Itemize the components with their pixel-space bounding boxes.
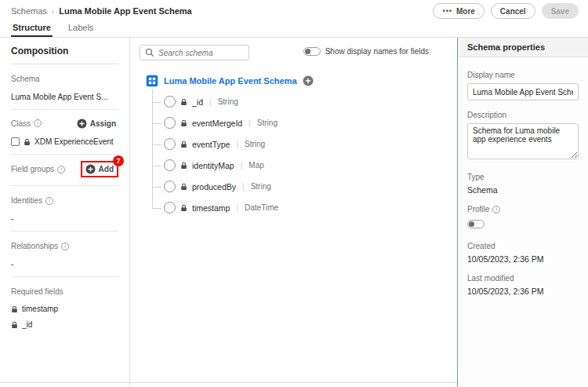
last-modified-label: Last modified xyxy=(467,274,579,283)
more-button[interactable]: ••• More xyxy=(433,3,484,19)
field-groups-section-label: Field groups xyxy=(11,165,65,173)
required-fields-label: Required fields xyxy=(11,287,64,296)
schema-field-row[interactable]: producedBy | String xyxy=(153,176,448,197)
schema-section-label: Schema xyxy=(11,75,40,83)
description-textarea[interactable]: Schema for Luma mobile app experience ev… xyxy=(467,123,579,159)
field-separator: | xyxy=(234,203,240,212)
relationships-value: - xyxy=(11,260,118,268)
more-button-label: More xyxy=(456,7,475,16)
last-modified-value: 10/05/2023, 2:36 PM xyxy=(467,287,579,296)
class-section: Class Assign XDM ExperienceEvent xyxy=(11,109,118,154)
schema-properties-body: Display name Description Schema for Luma… xyxy=(458,57,588,296)
info-icon xyxy=(492,206,500,214)
lock-icon xyxy=(11,305,18,313)
field-name: eventMergeId xyxy=(192,119,242,128)
profile-label: Profile xyxy=(467,205,579,214)
field-node-circle xyxy=(164,181,176,192)
profile-toggle[interactable] xyxy=(467,220,485,228)
field-type: String xyxy=(245,140,265,148)
composition-header-section: Composition xyxy=(11,46,118,64)
main-area: Composition Schema Luma Mobile App Event… xyxy=(0,38,588,387)
search-schema-input[interactable] xyxy=(158,49,244,57)
field-name: producedBy xyxy=(192,182,236,192)
schema-search-box xyxy=(140,45,249,60)
breadcrumb-current: Luma Mobile App Event Schema xyxy=(59,6,192,16)
schema-field-row[interactable]: _id | String xyxy=(153,91,448,112)
field-node-circle xyxy=(164,159,176,171)
class-label-text: Class xyxy=(11,119,31,128)
schema-root-row[interactable]: Luma Mobile App Event Schema xyxy=(146,73,448,89)
lock-icon xyxy=(180,204,187,212)
field-groups-section: Field groups Add 7 xyxy=(11,154,118,185)
field-type: String xyxy=(251,182,271,191)
required-field-name: timestamp xyxy=(22,305,58,313)
field-name: timestamp xyxy=(192,203,230,213)
field-node-circle xyxy=(164,96,176,108)
required-field-row: timestamp xyxy=(11,305,118,313)
field-name: eventType xyxy=(192,140,230,149)
schema-field-list: _id | String eventMergeId | String event… xyxy=(152,89,448,218)
required-field-name: _id xyxy=(22,320,32,329)
class-item-name: XDM ExperienceEvent xyxy=(34,137,114,146)
profile-label-text: Profile xyxy=(467,205,489,214)
class-section-label: Class xyxy=(11,119,42,128)
lock-icon xyxy=(180,98,187,106)
field-type: DateTime xyxy=(245,203,278,212)
search-icon xyxy=(145,48,154,57)
cancel-button[interactable]: Cancel xyxy=(491,3,535,19)
lock-icon xyxy=(180,183,187,191)
schema-root-title[interactable]: Luma Mobile App Event Schema xyxy=(164,76,297,86)
lock-icon xyxy=(180,162,187,170)
schema-tree: Luma Mobile App Event Schema _id | Strin… xyxy=(146,73,448,218)
annotation-highlight-box: Add 7 xyxy=(81,161,118,177)
plus-circle-icon xyxy=(303,75,314,86)
field-separator: | xyxy=(234,140,240,148)
schema-field-row[interactable]: timestamp | DateTime xyxy=(153,197,448,218)
class-checkbox[interactable] xyxy=(11,137,20,146)
created-value: 10/05/2023, 2:36 PM xyxy=(467,254,579,264)
plus-circle-icon xyxy=(77,119,87,129)
identities-value: - xyxy=(11,214,118,223)
more-dots-icon: ••• xyxy=(442,7,452,15)
composition-panel: Composition Schema Luma Mobile App Event… xyxy=(0,38,130,387)
schema-editor-window: Schemas › Luma Mobile App Event Schema •… xyxy=(0,0,588,387)
lock-icon xyxy=(180,141,187,148)
tab-bar: Structure Labels xyxy=(0,22,588,38)
class-item-row: XDM ExperienceEvent xyxy=(11,137,118,146)
add-field-group-button[interactable]: Add xyxy=(83,162,116,176)
display-name-input[interactable] xyxy=(467,83,579,100)
info-icon xyxy=(45,197,53,205)
schema-properties-panel: Schema properties Display name Descripti… xyxy=(457,38,588,387)
display-name-label: Display name xyxy=(467,71,579,79)
field-separator: | xyxy=(241,182,246,191)
field-separator: | xyxy=(247,119,252,127)
field-name: _id xyxy=(192,97,203,107)
tab-structure[interactable]: Structure xyxy=(11,23,53,37)
add-button-label: Add xyxy=(99,165,114,173)
annotation-step-badge: 7 xyxy=(113,155,124,166)
info-icon xyxy=(34,119,42,127)
tab-labels[interactable]: Labels xyxy=(67,23,95,37)
schema-name-value: Luma Mobile App Event S... xyxy=(11,93,118,101)
breadcrumb: Schemas › Luma Mobile App Event Schema xyxy=(11,6,192,16)
schema-field-row[interactable]: eventType | String xyxy=(153,133,448,155)
save-button[interactable]: Save xyxy=(542,3,579,19)
field-type: Map xyxy=(249,161,263,170)
field-separator: | xyxy=(239,161,245,170)
field-node-circle xyxy=(164,117,176,129)
relationships-section: Relationships - xyxy=(11,231,118,276)
schema-field-row[interactable]: identityMap | Map xyxy=(153,155,448,176)
description-label: Description xyxy=(467,111,579,119)
info-icon xyxy=(57,166,65,173)
add-field-node-button[interactable] xyxy=(303,75,314,86)
identities-label-text: Identities xyxy=(11,196,42,205)
lock-icon xyxy=(24,138,31,146)
field-node-circle xyxy=(164,202,176,214)
assign-class-button[interactable]: Assign xyxy=(74,117,118,130)
relationships-section-label: Relationships xyxy=(11,242,69,250)
display-names-toggle[interactable] xyxy=(303,47,321,56)
lock-icon xyxy=(180,119,187,127)
breadcrumb-schemas-link[interactable]: Schemas xyxy=(11,6,47,16)
field-type: String xyxy=(257,119,278,127)
schema-field-row[interactable]: eventMergeId | String xyxy=(153,112,448,133)
